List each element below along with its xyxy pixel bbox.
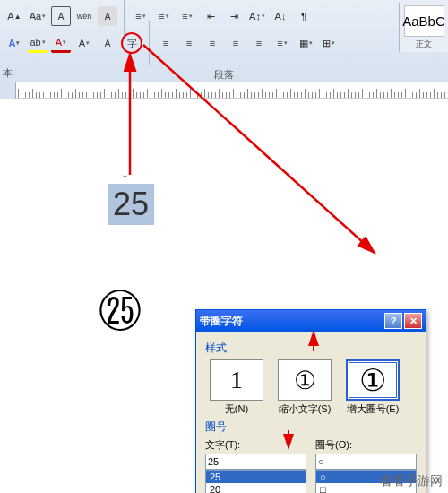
show-marks-btn[interactable]: ¶ — [294, 6, 314, 26]
text-listbox[interactable]: 25 20 A a — [205, 470, 306, 493]
ring-section-label: 圈号 — [205, 419, 417, 435]
shading-btn[interactable]: ▦▾ — [296, 33, 315, 53]
style-none[interactable]: 1 无(N) — [205, 359, 268, 416]
text-effects-btn[interactable]: A▾ — [4, 33, 24, 53]
ring-input[interactable] — [315, 454, 417, 470]
help-button[interactable]: ? — [384, 313, 402, 329]
bullets-btn[interactable]: ≡▾ — [131, 6, 151, 26]
font-group-corner: 本 — [3, 66, 13, 80]
enclosed-char-dialog: 带圈字符 ? ✕ 样式 1 无(N) ① 缩小文字(S) ① 增大圈号(E) — [195, 309, 426, 493]
char-scale-btn[interactable]: A▾ — [74, 33, 94, 53]
dialog-title: 带圈字符 — [200, 314, 383, 329]
style-section-label: 样式 — [205, 341, 417, 356]
borders-btn[interactable]: ⊞▾ — [319, 33, 339, 53]
text-input[interactable] — [205, 454, 306, 470]
selected-text[interactable]: 25 — [108, 184, 154, 225]
align-center-btn[interactable]: ≡ — [179, 33, 199, 53]
change-case-btn[interactable]: Aa▾ — [28, 6, 47, 26]
watermark: 看看手游网 — [380, 473, 443, 489]
paragraph-group-label: 段落 — [214, 68, 234, 82]
sort-btn[interactable]: A↓ — [271, 6, 290, 26]
align-right-btn[interactable]: ≡ — [202, 33, 222, 53]
dialog-titlebar[interactable]: 带圈字符 ? ✕ — [196, 310, 426, 332]
char-spacing-btn[interactable]: A — [98, 33, 117, 53]
align-left-btn[interactable]: ≡ — [156, 33, 176, 53]
char-border-btn[interactable]: A — [51, 6, 71, 26]
enclosed-result: ㉕ — [99, 287, 142, 336]
phonetic-guide-btn[interactable]: wén — [74, 6, 94, 26]
line-spacing-btn[interactable]: ≡▾ — [272, 33, 292, 53]
numbering-btn[interactable]: ≡▾ — [154, 6, 174, 26]
ribbon-toolbar: A▲ Aa▾ A wén A ≡▾ ≡▾ ≡▾ ⇤ ⇥ A↕▾ A↓ ¶ A▾ … — [0, 0, 448, 82]
style-enlarge[interactable]: ① 增大圈号(E) — [341, 359, 404, 416]
increase-indent-btn[interactable]: ⇥ — [224, 6, 244, 26]
align-justify-btn[interactable]: ≡ — [226, 33, 246, 53]
cursor-indicator: ↓ — [121, 163, 129, 182]
style-name: 正文 — [416, 39, 432, 50]
document-area[interactable]: ↓ 25 ㉕ 带圈字符 ? ✕ 样式 1 无(N) ① 缩小文字(S) ① — [0, 99, 448, 493]
styles-pane[interactable]: AaBbC 正文 — [399, 3, 448, 52]
text-field-label: 文字(T): — [205, 438, 306, 452]
distributed-btn[interactable]: ≡ — [249, 33, 269, 53]
char-shading-btn[interactable]: A — [98, 6, 117, 26]
font-grow-btn[interactable]: A▲ — [4, 6, 24, 26]
style-shrink[interactable]: ① 缩小文字(S) — [273, 359, 336, 416]
text-direction-btn[interactable]: A↕▾ — [247, 6, 267, 26]
enclosed-char-btn[interactable]: 字 — [121, 32, 142, 54]
highlight-btn[interactable]: ab▾ — [28, 33, 47, 53]
multilevel-list-btn[interactable]: ≡▾ — [177, 6, 197, 26]
ribbon-row-1: A▲ Aa▾ A wén A ≡▾ ≡▾ ≡▾ ⇤ ⇥ A↕▾ A↓ ¶ — [4, 3, 444, 30]
list-item[interactable]: 25 — [206, 471, 306, 483]
horizontal-ruler[interactable]: for(let i=0;i<120;i++)document.write('<d… — [0, 82, 448, 99]
list-item[interactable]: 20 — [206, 483, 306, 493]
ruler-corner — [0, 82, 16, 99]
font-color-btn[interactable]: A▾ — [51, 33, 71, 53]
ribbon-row-2: A▾ ab▾ A▾ A▾ A 字 ≡ ≡ ≡ ≡ ≡ ≡▾ ▦▾ ⊞▾ — [4, 30, 444, 56]
decrease-indent-btn[interactable]: ⇤ — [201, 6, 220, 26]
close-button[interactable]: ✕ — [404, 313, 422, 329]
style-preview: AaBbC — [404, 5, 444, 37]
ring-field-label: 圈号(O): — [315, 438, 417, 452]
